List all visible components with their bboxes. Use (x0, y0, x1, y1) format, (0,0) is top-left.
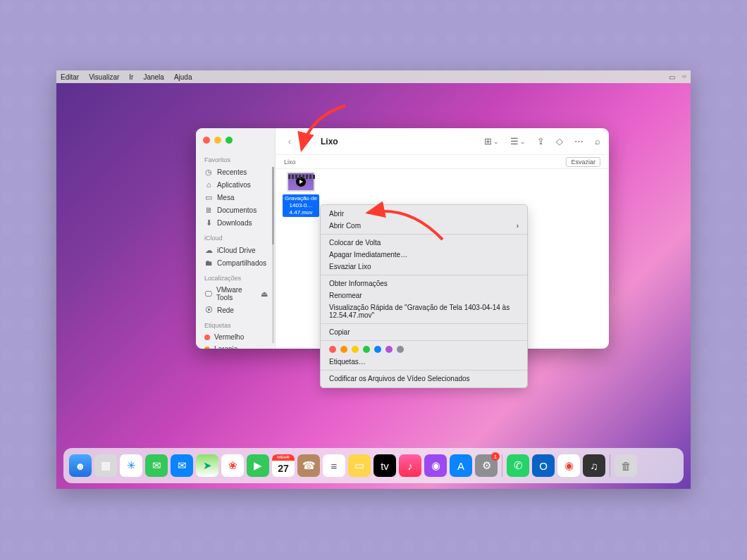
menu-janela[interactable]: Janela (143, 73, 163, 81)
battery-icon[interactable]: ▭ (669, 73, 675, 81)
sidebar-item-mesa[interactable]: ▭Mesa (196, 191, 275, 204)
window-title: Lixo (321, 137, 338, 147)
dock-reminders[interactable]: ≡ (323, 454, 345, 477)
sidebar-label: Vermelho (214, 333, 244, 341)
dock-settings[interactable]: ⚙1 (475, 454, 498, 477)
dock-podcasts[interactable]: ◉ (424, 454, 447, 477)
section-favoritos: Favoritos (196, 151, 275, 166)
ctx-quicklook[interactable]: Visualização Rápida de "Gravação de Tela… (321, 301, 527, 321)
dock-contacts[interactable]: ☎ (297, 454, 320, 477)
view-icons-button[interactable]: ⊞⌄ (484, 136, 499, 147)
file-name: Gravação de1403-0…4.47.mov (283, 194, 319, 217)
scrollbar-thumb[interactable] (272, 167, 274, 244)
ctx-copiar[interactable]: Copiar (321, 326, 527, 338)
folder-shared-icon: 🖿 (204, 259, 213, 267)
app-icon: ⌂ (204, 180, 213, 189)
download-icon: ⬇ (204, 218, 213, 227)
minimize-button[interactable] (214, 137, 221, 144)
tag-red[interactable] (329, 346, 336, 353)
sidebar-label: Mesa (217, 194, 234, 201)
ctx-etiquetas[interactable]: Etiquetas… (321, 356, 527, 368)
ctx-esvaziar-lixo[interactable]: Esvaziar Lixo (321, 261, 527, 273)
ctx-tag-colors (321, 343, 527, 356)
finder-sidebar: Favoritos ◷Recentes ⌂Aplicativos ▭Mesa 🗎… (196, 128, 276, 349)
action-button[interactable]: ⋯ (574, 136, 584, 147)
wifi-icon[interactable]: ⌔ (682, 73, 686, 81)
forward-button[interactable]: › (301, 136, 312, 147)
sidebar-item-vmware[interactable]: 🖵VMware Tools⏏ (196, 284, 275, 304)
dock-separator (610, 454, 610, 477)
tag-button[interactable]: ◇ (556, 136, 563, 147)
menu-ir[interactable]: Ir (129, 73, 133, 81)
sidebar-label: Downloads (217, 219, 252, 227)
ctx-codificar[interactable]: Codificar os Arquivos de Vídeo Seleciona… (321, 373, 527, 385)
menu-editar[interactable]: Editar (61, 73, 79, 81)
separator (321, 275, 527, 275)
sidebar-label: VMware Tools (216, 286, 256, 301)
dock-garageband[interactable]: ♫ (583, 454, 605, 477)
dock-notes[interactable]: ▭ (348, 454, 371, 477)
dock-outlook[interactable]: O (532, 454, 555, 477)
tag-purple[interactable] (385, 346, 393, 353)
sidebar-tag-laranja[interactable]: Laranja (196, 343, 275, 349)
dock-tv[interactable]: tv (374, 454, 396, 477)
tag-blue[interactable] (374, 346, 381, 353)
ctx-apagar-imediatamente[interactable]: Apagar Imediatamente… (321, 249, 527, 261)
desktop-icon: ▭ (204, 193, 213, 201)
sidebar-item-compartilhados[interactable]: 🖿Compartilhados (196, 256, 275, 269)
dock-messages[interactable]: ✉ (145, 454, 168, 477)
clock-icon: ◷ (204, 168, 213, 176)
chevron-right-icon: › (517, 222, 519, 230)
sidebar-tag-vermelho[interactable]: Vermelho (196, 331, 275, 343)
tag-yellow[interactable] (352, 346, 359, 353)
sidebar-label: Documentos (217, 206, 257, 214)
tag-orange[interactable] (340, 346, 347, 353)
macos-desktop: Editar Visualizar Ir Janela Ajuda ▭ ⌔ Fa… (56, 70, 691, 489)
dock-whatsapp[interactable]: ✆ (507, 454, 529, 477)
sidebar-scrollbar[interactable] (272, 167, 274, 343)
ctx-abrir[interactable]: Abrir (321, 208, 527, 220)
ctx-renomear[interactable]: Renomear (321, 290, 527, 301)
eject-icon[interactable]: ⏏ (260, 290, 268, 298)
back-button[interactable]: ‹ (284, 136, 295, 147)
tag-green[interactable] (363, 346, 370, 353)
sidebar-item-documentos[interactable]: 🗎Documentos (196, 204, 275, 216)
zoom-button[interactable] (226, 137, 233, 144)
dock-launchpad[interactable]: ▦ (94, 454, 117, 477)
dock-separator (502, 454, 502, 477)
dock-calendar[interactable]: MEHR27 (272, 454, 295, 477)
sidebar-item-rede[interactable]: ⦿Rede (196, 304, 275, 316)
sidebar-item-downloads[interactable]: ⬇Downloads (196, 216, 275, 229)
sidebar-item-recentes[interactable]: ◷Recentes (196, 166, 275, 178)
dock-facetime[interactable]: ▶ (247, 454, 269, 477)
dock-maps[interactable]: ➤ (196, 454, 218, 477)
ctx-obter-info[interactable]: Obter Informações (321, 278, 527, 290)
ctx-abrir-com[interactable]: Abrir Com› (321, 220, 527, 232)
file-area[interactable]: Gravação de1403-0…4.47.mov Abrir Abrir C… (276, 169, 609, 349)
file-item[interactable]: Gravação de1403-0…4.47.mov (283, 172, 319, 217)
cloud-icon: ☁ (204, 246, 213, 254)
tag-gray[interactable] (397, 346, 404, 353)
sidebar-item-aplicativos[interactable]: ⌂Aplicativos (196, 178, 275, 191)
dock-mail[interactable]: ✉ (171, 454, 193, 477)
separator (321, 370, 527, 371)
share-button[interactable]: ⇪ (537, 136, 545, 147)
dock-trash[interactable]: 🗑 (615, 454, 637, 477)
sidebar-label: iCloud Drive (217, 247, 255, 254)
dock-music[interactable]: ♪ (399, 454, 421, 477)
dock-safari[interactable]: ✳ (120, 454, 142, 477)
dock-finder[interactable]: ☻ (69, 454, 92, 477)
search-button[interactable]: ⌕ (595, 136, 600, 147)
menu-visualizar[interactable]: Visualizar (89, 73, 119, 81)
menu-ajuda[interactable]: Ajuda (174, 73, 192, 81)
context-menu: Abrir Abrir Com› Colocar de Volta Apagar… (320, 204, 528, 388)
group-button[interactable]: ☰⌄ (510, 136, 526, 147)
close-button[interactable] (203, 137, 210, 144)
ctx-colocar-de-volta[interactable]: Colocar de Volta (321, 237, 527, 249)
badge: 1 (491, 452, 500, 461)
dock-chrome[interactable]: ◉ (557, 454, 580, 477)
dock-appstore[interactable]: A (450, 454, 472, 477)
dock-photos[interactable]: ❀ (221, 454, 244, 477)
sidebar-item-icloud[interactable]: ☁iCloud Drive (196, 244, 275, 256)
empty-trash-button[interactable]: Esvaziar (566, 157, 600, 167)
